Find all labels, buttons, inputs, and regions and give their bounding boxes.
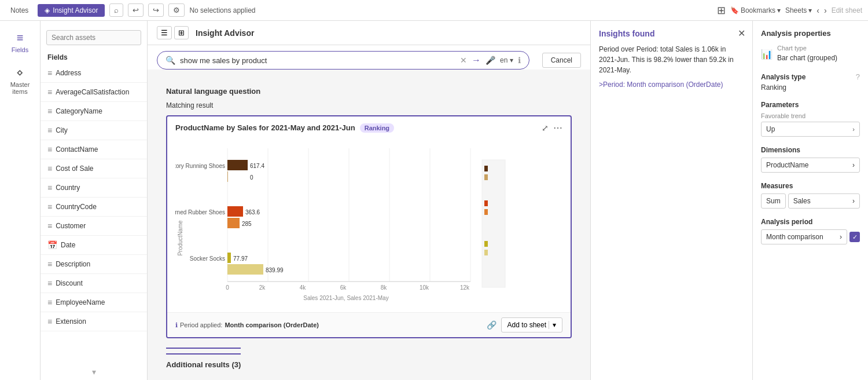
scroll-down-indicator: ▾ — [92, 367, 96, 377]
insights-close-button[interactable]: ✕ — [738, 28, 745, 39]
field-item-date[interactable]: 📅 Date — [41, 236, 147, 255]
ap-measures-sum[interactable]: Sum — [761, 193, 786, 209]
settings-btn[interactable]: ⚙ — [168, 3, 185, 17]
insight-advisor-tab[interactable]: ◈ Insight Advisor — [38, 4, 105, 17]
layout-sidebar-btn[interactable]: ☰ — [157, 26, 172, 39]
field-icon: ≡ — [47, 68, 52, 78]
nlq-section: Natural language question — [157, 79, 581, 96]
redo-btn[interactable]: ↪ — [148, 3, 164, 17]
svg-text:12k: 12k — [460, 284, 470, 291]
svg-rect-38 — [484, 250, 488, 255]
edit-sheet-btn[interactable]: Edit sheet — [832, 6, 862, 14]
search-icon-btn[interactable]: ⌕ — [109, 3, 123, 17]
insight-advisor-icon: ◈ — [45, 6, 50, 14]
field-icon: ≡ — [47, 145, 52, 154]
undo-btn[interactable]: ↩ — [128, 3, 144, 17]
sidebar-item-master-items[interactable]: ⋄ Master items — [0, 61, 40, 100]
svg-rect-8 — [227, 160, 248, 170]
chart-expand-button[interactable]: ⤢ — [542, 123, 549, 133]
notes-tab[interactable]: Notes — [6, 4, 33, 17]
svg-text:Sales 2021-Jun, Sales 2021-May: Sales 2021-Jun, Sales 2021-May — [303, 295, 388, 301]
sidebar-item-fields[interactable]: ≡ Fields — [0, 27, 40, 58]
svg-text:Socker Socks: Socker Socks — [190, 255, 225, 262]
insights-text: Period over Period: total Sales is 1.06k… — [599, 44, 744, 75]
field-item-averagecallsatisfaction[interactable]: ≡ AverageCallSatisfaction — [41, 83, 147, 102]
field-item-discount[interactable]: ≡ Discount — [41, 274, 147, 293]
field-icon: ≡ — [47, 221, 52, 231]
left-sidebar: ≡ Fields ⋄ Master items — [0, 21, 41, 380]
field-item-contactname[interactable]: ≡ ContactName — [41, 140, 147, 159]
ia-search-input[interactable] — [180, 56, 455, 65]
additional-results-section: Additional results (3) — [166, 348, 241, 369]
field-item-customer[interactable]: ≡ Customer — [41, 217, 147, 236]
ap-dimension-item[interactable]: ProductName › — [761, 158, 860, 173]
field-item-employeename[interactable]: ≡ EmployeeName — [41, 293, 147, 312]
ap-period-label: Analysis period — [761, 218, 860, 226]
ap-period-row: Month comparison › ✓ — [761, 229, 860, 244]
info-icon[interactable]: ℹ — [518, 56, 521, 65]
field-item-address[interactable]: ≡ Address — [41, 64, 147, 83]
field-icon: ≡ — [47, 107, 52, 116]
link-icon[interactable]: 🔗 — [487, 320, 496, 330]
chart-card-header: ProductName by Sales for 2021-May and 20… — [167, 116, 571, 137]
ap-dimension-value: ProductName — [766, 161, 808, 169]
layout-grid-btn[interactable]: ⊞ — [174, 26, 189, 39]
search-clear-icon[interactable]: ✕ — [460, 56, 467, 65]
field-item-city[interactable]: ≡ City — [41, 121, 147, 140]
search-assets-input[interactable] — [46, 30, 141, 45]
add-sheet-dropdown-icon[interactable]: ▾ — [549, 321, 556, 329]
field-item-cost-of-sale[interactable]: ≡ Cost of Sale — [41, 159, 147, 178]
cancel-button[interactable]: Cancel — [542, 53, 581, 68]
chart-card: ProductName by Sales for 2021-May and 20… — [166, 115, 572, 338]
microphone-icon[interactable]: 🎤 — [486, 56, 495, 65]
ap-analysis-type-info-icon[interactable]: ? — [856, 72, 860, 81]
bookmarks-btn[interactable]: 🔖 Bookmarks ▾ — [730, 6, 781, 14]
ap-analysis-type-value: Ranking — [761, 83, 860, 92]
svg-rect-10 — [227, 171, 228, 182]
ap-favorable-trend-dropdown[interactable]: Up › — [761, 122, 860, 137]
field-icon: ≡ — [47, 260, 52, 269]
ap-parameters-section: Parameters Favorable trend Up › — [761, 101, 860, 137]
ap-favorable-trend-label: Favorable trend — [761, 112, 860, 119]
prev-sheet-btn[interactable]: ‹ — [816, 6, 819, 15]
bar-chart-icon: 📊 — [761, 49, 773, 60]
chart-more-button[interactable]: ⋯ — [553, 122, 562, 133]
analysis-panel-title: Analysis properties — [761, 29, 860, 38]
svg-rect-33 — [484, 166, 488, 171]
ap-chart-type-value: Bar chart (grouped) — [777, 54, 837, 62]
field-icon: ≡ — [47, 126, 52, 135]
ap-dimensions-label: Dimensions — [761, 146, 860, 154]
layout-toggle-buttons: ☰ ⊞ — [157, 26, 189, 39]
next-sheet-btn[interactable]: › — [824, 6, 827, 15]
fields-list: ≡ Address ≡ AverageCallSatisfaction ≡ Ca… — [41, 64, 147, 364]
search-submit-icon[interactable]: → — [472, 55, 481, 65]
field-item-country[interactable]: ≡ Country — [41, 178, 147, 198]
ranking-badge: Ranking — [360, 123, 394, 133]
ap-period-checkbox[interactable]: ✓ — [849, 232, 860, 242]
field-icon: ≡ — [47, 317, 52, 326]
matching-result-section: Matching result ProductName by Sales for… — [157, 96, 581, 369]
field-item-countrycode[interactable]: ≡ CountryCode — [41, 198, 147, 217]
ap-measures-section: Measures Sum Sales › — [761, 182, 860, 209]
analysis-properties-panel: Analysis properties 📊 Chart type Bar cha… — [752, 21, 868, 380]
content-area: Natural language question Matching resul… — [148, 70, 590, 380]
svg-text:8k: 8k — [381, 284, 388, 291]
insights-period-link[interactable]: >Period: Month comparison (OrderDate) — [599, 81, 723, 89]
sheets-chevron-icon: ▾ — [808, 6, 812, 14]
sheets-btn[interactable]: Sheets ▾ — [785, 6, 812, 14]
grid-icon[interactable]: ⊞ — [717, 4, 726, 17]
field-item-extension[interactable]: ≡ Extension — [41, 312, 147, 331]
field-item-categoryname[interactable]: ≡ CategoryName — [41, 102, 147, 121]
ap-period-dropdown[interactable]: Month comparison › — [761, 229, 847, 244]
field-item-description[interactable]: ≡ Description — [41, 255, 147, 274]
nlq-search-bar: 🔍 ✕ → 🎤 en ▾ ℹ — [157, 51, 529, 70]
ap-measures-value-dropdown[interactable]: Sales › — [788, 193, 860, 209]
add-to-sheet-button[interactable]: Add to sheet ▾ — [501, 317, 562, 332]
chart-footer-right: 🔗 Add to sheet ▾ — [487, 317, 562, 332]
chart-title: ProductName by Sales for 2021-May and 20… — [175, 123, 355, 132]
svg-rect-15 — [227, 218, 240, 228]
field-icon: ≡ — [47, 87, 52, 97]
svg-text:363.6: 363.6 — [245, 209, 260, 215]
ap-parameters-label: Parameters — [761, 101, 860, 109]
language-selector[interactable]: en ▾ — [500, 56, 513, 64]
